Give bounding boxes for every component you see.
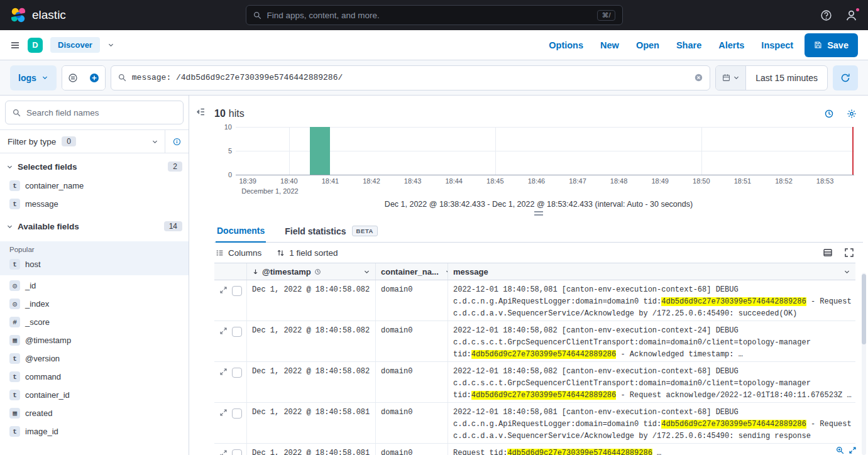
field-name: @version <box>25 354 60 363</box>
row-checkbox[interactable] <box>232 368 242 378</box>
row-controls <box>214 280 247 321</box>
view-details-icon[interactable] <box>836 446 844 454</box>
global-search-input[interactable]: Find apps, content, and more. ⌘/ <box>246 5 623 25</box>
field-item-_id[interactable]: ◎ _id <box>5 277 184 295</box>
message-cell[interactable]: 2022-12-01 18:40:58,082 [canton-env-exec… <box>448 321 855 361</box>
field-item-host[interactable]: t host <box>5 255 184 273</box>
column-header-timestamp[interactable]: @timestamp <box>247 263 376 280</box>
field-item-container_id[interactable]: t container_id <box>5 386 184 404</box>
histogram-bar[interactable] <box>310 127 331 175</box>
nav-link-share[interactable]: Share <box>676 40 701 50</box>
string-token-icon: t <box>9 180 20 191</box>
field-info-button[interactable] <box>165 130 189 153</box>
container-name-cell[interactable]: domain0 <box>376 362 448 402</box>
message-cell[interactable]: 2022-12-01 18:40:58,081 [canton-env-exec… <box>448 403 855 443</box>
auto-refresh-icon[interactable] <box>824 109 834 119</box>
field-item-container_name[interactable]: t container_name <box>5 177 184 195</box>
row-checkbox[interactable] <box>232 449 242 455</box>
menu-icon[interactable] <box>10 40 20 50</box>
field-item-_index[interactable]: ◎ _index <box>5 295 184 313</box>
nav-link-open[interactable]: Open <box>636 40 659 50</box>
nav-link-new[interactable]: New <box>600 40 619 50</box>
y-tick-label: 5 <box>216 147 232 155</box>
column-header-message[interactable]: message <box>448 263 855 280</box>
string-token-icon: t <box>9 199 20 209</box>
gear-icon[interactable] <box>847 109 857 119</box>
x-tick-label: 18:53 <box>816 177 834 185</box>
field-item-@version[interactable]: t @version <box>5 349 184 368</box>
container-name-cell[interactable]: domain0 <box>376 280 448 321</box>
help-icon[interactable] <box>820 9 832 21</box>
clear-query-icon[interactable] <box>695 74 703 82</box>
field-item-image_id[interactable]: t image_id <box>5 422 184 441</box>
expand-cell-icon[interactable] <box>849 446 857 454</box>
save-button[interactable]: Save <box>805 33 858 57</box>
timestamp-cell[interactable]: Dec 1, 2022 @ 18:40:58.081 <box>247 444 376 455</box>
expand-row-icon[interactable] <box>219 286 228 294</box>
chevron-down-icon[interactable] <box>363 268 370 275</box>
home-link[interactable]: elastic <box>10 7 66 23</box>
saved-query-menu-icon[interactable] <box>62 66 84 90</box>
row-checkbox[interactable] <box>232 286 242 296</box>
container-name-cell[interactable]: domain0 <box>376 403 448 443</box>
grid-body: Dec 1, 2022 @ 18:40:58.082 domain0 2022-… <box>214 280 855 455</box>
timestamp-cell[interactable]: Dec 1, 2022 @ 18:40:58.082 <box>247 321 376 361</box>
chevron-down-icon[interactable] <box>843 268 850 275</box>
field-name: _id <box>25 281 36 290</box>
timestamp-cell[interactable]: Dec 1, 2022 @ 18:40:58.082 <box>247 280 376 321</box>
timestamp-cell[interactable]: Dec 1, 2022 @ 18:40:58.082 <box>247 362 376 402</box>
message-cell[interactable]: 2022-12-01 18:40:58,082 [canton-env-exec… <box>448 362 855 402</box>
field-item-@timestamp[interactable]: ▦ @timestamp <box>5 331 184 349</box>
expand-row-icon[interactable] <box>219 327 228 335</box>
filter-by-type[interactable]: Filter by type 0 <box>0 129 189 153</box>
field-item-created[interactable]: ▦ created <box>5 404 184 422</box>
nav-link-inspect[interactable]: Inspect <box>761 40 793 50</box>
vertical-scrollbar[interactable] <box>862 273 866 455</box>
timestamp-cell[interactable]: Dec 1, 2022 @ 18:40:58.081 <box>247 403 376 443</box>
collapse-sidebar-icon[interactable] <box>195 107 206 117</box>
time-range-button[interactable]: Last 15 minutes <box>746 66 827 90</box>
columns-button[interactable]: Columns <box>216 248 261 258</box>
cell-hover-actions <box>836 446 857 454</box>
chevron-down-icon[interactable] <box>107 41 114 48</box>
breadcrumb[interactable]: Discover <box>50 37 100 53</box>
field-item-command[interactable]: t command <box>5 368 184 386</box>
expand-row-icon[interactable] <box>219 449 228 455</box>
keyword-token-icon: ◎ <box>9 280 20 291</box>
data-view-selector[interactable]: logs <box>10 65 57 90</box>
expand-row-icon[interactable] <box>219 368 228 376</box>
scrollbar-thumb[interactable] <box>862 274 866 344</box>
sort-desc-icon <box>252 268 259 275</box>
row-checkbox[interactable] <box>232 408 242 419</box>
nav-link-options[interactable]: Options <box>549 40 583 50</box>
row-checkbox[interactable] <box>232 327 242 337</box>
sort-fields-button[interactable]: 1 field sorted <box>277 248 338 258</box>
tab-documents[interactable]: Documents <box>216 221 266 243</box>
container-name-cell[interactable]: domain0 <box>376 444 448 455</box>
expand-row-icon[interactable] <box>219 408 228 417</box>
refresh-button[interactable] <box>833 65 858 90</box>
tab-field-statistics[interactable]: Field statistics BETA <box>283 221 379 242</box>
search-icon <box>13 109 21 117</box>
field-item-_score[interactable]: # _score <box>5 313 184 331</box>
column-header-container-name[interactable]: container_na... <box>376 263 448 280</box>
density-icon[interactable] <box>823 248 833 258</box>
query-input[interactable]: message: /4db5d6d9c27e730399e57464428892… <box>111 65 710 90</box>
date-quick-select[interactable] <box>716 66 746 90</box>
available-fields-header[interactable]: Available fields 14 <box>5 213 184 236</box>
user-avatar[interactable] <box>845 9 858 22</box>
field-search-input[interactable]: Search field names <box>5 101 184 124</box>
field-item-message[interactable]: t message <box>5 195 184 213</box>
message-cell[interactable]: Request tid:4db5d6d9c27e730399e574644288… <box>448 444 855 455</box>
add-filter-button[interactable] <box>84 66 105 90</box>
chart-resize-handle[interactable] <box>214 211 863 219</box>
selected-fields-header[interactable]: Selected fields 2 <box>5 153 184 177</box>
nav-link-alerts[interactable]: Alerts <box>718 40 744 50</box>
space-badge[interactable]: D <box>28 38 43 53</box>
query-string: message: /4db5d6d9c27e730399e57464428892… <box>132 73 689 82</box>
fullscreen-icon[interactable] <box>844 248 854 258</box>
date-picker: Last 15 minutes <box>715 65 828 90</box>
message-cell[interactable]: 2022-12-01 18:40:58,081 [canton-env-exec… <box>448 280 855 321</box>
selected-fields-label: Selected fields <box>18 162 77 172</box>
container-name-cell[interactable]: domain0 <box>376 321 448 361</box>
